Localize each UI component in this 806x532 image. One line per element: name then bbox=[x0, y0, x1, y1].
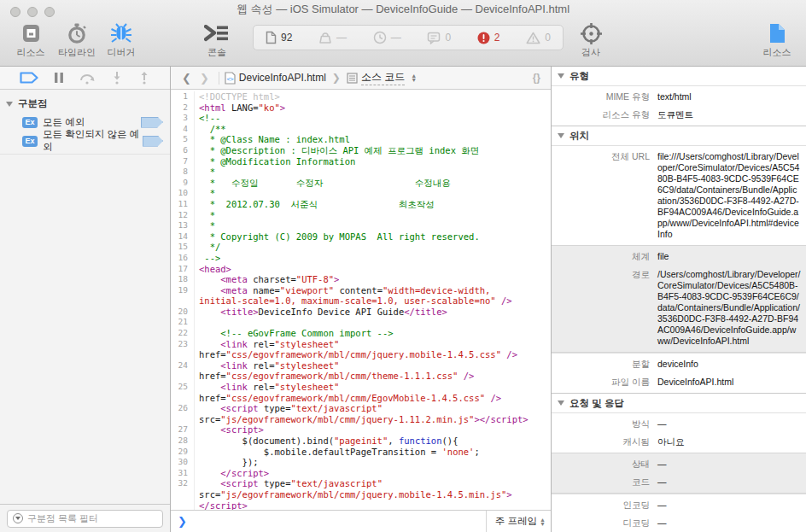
line-number-gutter[interactable]: 3 bbox=[171, 113, 195, 124]
frame-selector[interactable]: 주 프레임 ▲▼ bbox=[486, 511, 551, 532]
debugger-tab-button[interactable]: 디버거 bbox=[94, 22, 149, 59]
code-line[interactable]: 13 * bbox=[171, 220, 551, 231]
code-line[interactable]: 1<!DOCTYPE html> bbox=[171, 91, 551, 102]
line-number-gutter[interactable] bbox=[171, 489, 195, 500]
code-line[interactable]: 6 * @Description : 디바이스 API 예제 프로그램 inde… bbox=[171, 145, 551, 156]
line-number-gutter[interactable]: 19 bbox=[171, 285, 195, 296]
breakpoint-filter-input[interactable] bbox=[27, 513, 157, 523]
line-number-gutter[interactable]: 4 bbox=[171, 124, 195, 135]
code-line[interactable]: 14 * Copyright (C) 2009 by MOPAS All rig… bbox=[171, 231, 551, 243]
details-section-header[interactable]: 요청 및 응답 bbox=[552, 394, 806, 412]
line-number-gutter[interactable]: 20 bbox=[171, 307, 195, 318]
pause-icon[interactable] bbox=[54, 72, 64, 84]
code-line[interactable]: 7 * @Modification Information bbox=[171, 156, 551, 167]
breadcrumb-view-selector[interactable]: 소스 코드 bbox=[361, 70, 405, 85]
code-line[interactable]: 22 <!-- eGovFrame Common import --> bbox=[171, 328, 551, 339]
line-number-gutter[interactable]: 22 bbox=[171, 328, 195, 339]
line-number-gutter[interactable]: 29 bbox=[171, 447, 195, 458]
line-number-gutter[interactable]: 16 bbox=[171, 253, 195, 264]
code-line[interactable]: 4 /** bbox=[171, 124, 551, 135]
quick-console-prompt-icon[interactable]: ❯ bbox=[178, 515, 187, 528]
code-line[interactable]: 26 <script type="text/javascript" bbox=[171, 403, 551, 414]
code-line[interactable]: 15 */ bbox=[171, 242, 551, 253]
line-number-gutter[interactable]: 6 bbox=[171, 145, 195, 156]
code-line[interactable]: 3<!-- bbox=[171, 113, 551, 124]
line-number-gutter[interactable]: 23 bbox=[171, 339, 195, 350]
line-number-gutter[interactable]: 11 bbox=[171, 199, 195, 210]
breakpoint-filter-field[interactable] bbox=[7, 510, 163, 528]
pretty-print-button[interactable]: {} bbox=[533, 72, 544, 84]
code-line[interactable]: 17<head> bbox=[171, 264, 551, 275]
code-line[interactable]: 31 </script> bbox=[171, 468, 551, 479]
line-number-gutter[interactable]: 8 bbox=[171, 167, 195, 178]
breakpoint-arrow-icon[interactable] bbox=[143, 136, 163, 147]
minimize-window-button[interactable] bbox=[27, 7, 38, 17]
code-line[interactable]: href="css/egovframework/mbl/cmm/jquery.m… bbox=[171, 349, 551, 360]
line-number-gutter[interactable] bbox=[171, 349, 195, 360]
breakpoints-toggle-icon[interactable] bbox=[20, 72, 38, 84]
breakpoint-all-uncaught-exceptions[interactable]: Ex 모든 확인되지 않은 예외 bbox=[0, 132, 170, 150]
line-number-gutter[interactable]: 9 bbox=[171, 178, 195, 189]
code-line[interactable]: src="js/egovframework/mbl/cmm/jquery-1.1… bbox=[171, 414, 551, 425]
inspect-button[interactable]: 검사 bbox=[564, 22, 618, 59]
line-number-gutter[interactable]: 5 bbox=[171, 134, 195, 145]
line-number-gutter[interactable]: 28 bbox=[171, 436, 195, 447]
code-line[interactable]: href="css/egovframework/mbl/cmm/EgovMobi… bbox=[171, 393, 551, 404]
code-line[interactable]: 28 $(document).bind("pageinit", function… bbox=[171, 436, 551, 447]
line-number-gutter[interactable]: 10 bbox=[171, 188, 195, 199]
line-number-gutter[interactable]: 21 bbox=[171, 317, 195, 328]
code-line[interactable]: src="js/egovframework/mbl/cmm/jquery.mob… bbox=[171, 489, 551, 500]
line-number-gutter[interactable]: 30 bbox=[171, 457, 195, 468]
code-line[interactable]: 11 * 2012.07.30 서준식 최초작성 bbox=[171, 199, 551, 210]
line-number-gutter[interactable] bbox=[171, 500, 195, 510]
code-line[interactable]: 20 <title>DeviceInfo Device API Guide</t… bbox=[171, 307, 551, 318]
code-line[interactable]: 27 <script> bbox=[171, 424, 551, 436]
line-number-gutter[interactable]: 2 bbox=[171, 102, 195, 114]
zoom-window-button[interactable] bbox=[44, 7, 55, 17]
code-line[interactable]: 24 <link rel="stylesheet" bbox=[171, 360, 551, 371]
code-line[interactable]: 32 <script type="text/javascript" bbox=[171, 478, 551, 489]
code-line[interactable]: 12 * bbox=[171, 210, 551, 221]
code-line[interactable]: 25 <link rel="stylesheet" bbox=[171, 382, 551, 393]
step-out-icon[interactable] bbox=[138, 71, 150, 85]
code-line[interactable]: 21 bbox=[171, 317, 551, 328]
line-number-gutter[interactable]: 12 bbox=[171, 210, 195, 221]
line-number-gutter[interactable]: 13 bbox=[171, 220, 195, 231]
back-button[interactable]: ❮ bbox=[178, 72, 196, 85]
line-number-gutter[interactable]: 32 bbox=[171, 478, 195, 489]
breakpoints-section-header[interactable]: 구분점 bbox=[0, 95, 170, 113]
line-number-gutter[interactable]: 15 bbox=[171, 242, 195, 253]
code-line[interactable]: </script> bbox=[171, 500, 551, 510]
line-number-gutter[interactable]: 25 bbox=[171, 382, 195, 393]
code-line[interactable]: 8 * bbox=[171, 167, 551, 178]
line-number-gutter[interactable] bbox=[171, 414, 195, 425]
step-over-icon[interactable] bbox=[79, 72, 95, 85]
code-line[interactable]: href="css/egovframework/mbl/cmm/theme-1.… bbox=[171, 371, 551, 382]
line-number-gutter[interactable]: 1 bbox=[171, 91, 195, 102]
resources-panel-button[interactable]: 리소스 bbox=[750, 22, 804, 59]
details-section-header[interactable]: 위치 bbox=[552, 126, 806, 145]
forward-button[interactable]: ❯ bbox=[196, 72, 213, 85]
details-section-header[interactable]: 유형 bbox=[552, 67, 806, 85]
code-line[interactable]: 19 <meta name="viewport" content="width=… bbox=[171, 285, 551, 296]
line-number-gutter[interactable]: 7 bbox=[171, 156, 195, 167]
code-view[interactable]: 1<!DOCTYPE html>2<html LANG="ko">3<!--4 … bbox=[171, 90, 551, 510]
line-number-gutter[interactable] bbox=[171, 295, 195, 307]
line-number-gutter[interactable]: 14 bbox=[171, 231, 195, 243]
code-line[interactable]: 10 * bbox=[171, 188, 551, 199]
console-button[interactable]: 콘솔 bbox=[190, 22, 244, 59]
line-number-gutter[interactable] bbox=[171, 393, 195, 404]
code-line[interactable]: 29 $.mobile.defaultPageTransition = 'non… bbox=[171, 447, 551, 458]
line-number-gutter[interactable]: 27 bbox=[171, 424, 195, 436]
line-number-gutter[interactable] bbox=[171, 371, 195, 382]
line-number-gutter[interactable]: 31 bbox=[171, 468, 195, 479]
activity-dashboard[interactable]: 92 — — 0 bbox=[253, 25, 564, 50]
line-number-gutter[interactable]: 18 bbox=[171, 274, 195, 285]
code-line[interactable]: 23 <link rel="stylesheet" bbox=[171, 339, 551, 350]
code-line[interactable]: 16 --> bbox=[171, 253, 551, 264]
code-line[interactable]: 2<html LANG="ko"> bbox=[171, 102, 551, 114]
line-number-gutter[interactable]: 17 bbox=[171, 264, 195, 275]
code-line[interactable]: 9 * 수정일 수정자 수정내용 bbox=[171, 178, 551, 189]
code-line[interactable]: 5 * @Class Name : index.html bbox=[171, 134, 551, 145]
code-line[interactable]: initial-scale=1.0, maximum-scale=1.0, us… bbox=[171, 295, 551, 307]
